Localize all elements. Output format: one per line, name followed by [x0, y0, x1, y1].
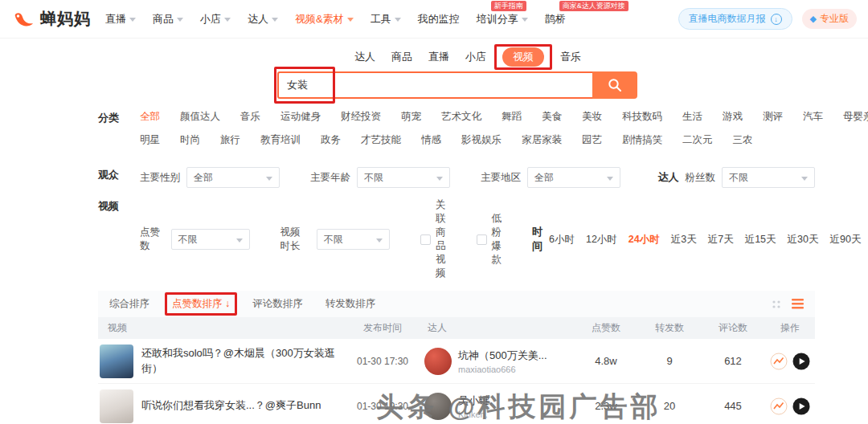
- tab-video-active[interactable]: 视频: [502, 47, 544, 67]
- age-select[interactable]: 不限: [357, 167, 450, 188]
- trend-chart-icon[interactable]: [770, 398, 788, 415]
- category-chip[interactable]: 游戏: [723, 110, 743, 124]
- likes-select[interactable]: 不限: [171, 229, 250, 250]
- category-chip[interactable]: 时尚: [180, 133, 200, 147]
- tab-daren[interactable]: 达人: [354, 50, 375, 64]
- checkbox-low-fans-hit[interactable]: 低粉爆款: [477, 212, 502, 267]
- download-icon: ↓: [771, 14, 782, 25]
- trend-chart-icon[interactable]: [770, 353, 788, 370]
- region-filter: 主要地区 全部: [481, 167, 620, 188]
- category-chip[interactable]: 家居家装: [522, 133, 562, 147]
- nav-item-shop[interactable]: 小店: [200, 12, 231, 26]
- tab-product[interactable]: 商品: [391, 50, 412, 64]
- category-chip[interactable]: 明星: [140, 133, 160, 147]
- category-chip[interactable]: 科技数码: [622, 110, 662, 124]
- play-video-icon[interactable]: [792, 398, 810, 415]
- category-chip[interactable]: 测评: [763, 110, 783, 124]
- category-chip[interactable]: 政务: [321, 133, 341, 147]
- nav-item-training[interactable]: 新手指南 培训分享: [477, 12, 528, 26]
- category-chip[interactable]: 财经投资: [341, 110, 381, 124]
- category-chip[interactable]: 美食: [542, 110, 562, 124]
- category-chip[interactable]: 剧情搞笑: [622, 133, 662, 147]
- region-select[interactable]: 全部: [527, 167, 620, 188]
- monthly-report-button[interactable]: 直播电商数据月报 ↓: [678, 8, 792, 30]
- video-thumbnail[interactable]: [100, 389, 133, 423]
- time-option-30d[interactable]: 近30天: [788, 233, 819, 247]
- nav-item-daren[interactable]: 达人: [248, 12, 278, 26]
- gender-select[interactable]: 全部: [186, 167, 280, 188]
- list-view-icon[interactable]: [792, 299, 804, 309]
- category-chip[interactable]: 教育培训: [260, 133, 301, 147]
- category-filter-row: 分类 全部 颜值达人 音乐 运动健身 财经投资 萌宠 艺术文化 舞蹈 美食 美妆…: [98, 110, 815, 157]
- daren-handle: maxiaotiao666: [458, 365, 547, 374]
- sort-tab-comments[interactable]: 评论数排序: [252, 297, 303, 311]
- checkbox-linked-product[interactable]: 关联商品视频: [420, 198, 446, 280]
- grid-view-icon[interactable]: [771, 299, 782, 310]
- duration-select[interactable]: 不限: [317, 229, 390, 250]
- time-option-90d[interactable]: 近90天: [829, 233, 861, 247]
- category-chip[interactable]: 才艺技能: [361, 133, 401, 147]
- nav-item-tools[interactable]: 工具: [371, 12, 401, 26]
- sort-tab-shares[interactable]: 转发数排序: [326, 297, 376, 311]
- category-chip[interactable]: 颜值达人: [180, 110, 220, 124]
- category-chip[interactable]: 运动健身: [280, 110, 321, 124]
- chanmama-video-search-page: 蝉妈妈 直播 商品 小店 达人 视频&素材 工具 我的监控 新手指南 培训分享 …: [0, 0, 868, 424]
- search-button[interactable]: [592, 71, 637, 99]
- comments-count: 445: [701, 400, 765, 412]
- chevron-down-icon: [266, 177, 272, 181]
- nav-item-product[interactable]: 商品: [153, 12, 183, 26]
- video-filter-label: 视频: [98, 198, 127, 280]
- time-option-24h[interactable]: 24小时: [628, 233, 660, 247]
- category-chip[interactable]: 旅行: [220, 133, 240, 147]
- chevron-down-icon: [347, 18, 354, 22]
- category-chip[interactable]: 园艺: [582, 133, 602, 147]
- checkbox-icon: [420, 234, 431, 245]
- video-thumbnail[interactable]: [100, 344, 133, 378]
- category-row-2: 明星 时尚 旅行 教育培训 政务 才艺技能 情感 影视娱乐 家居家装 园艺 剧情…: [140, 133, 868, 147]
- tab-music[interactable]: 音乐: [560, 50, 581, 64]
- pro-plan-badge[interactable]: ◆ 专业版: [802, 9, 857, 29]
- category-chip[interactable]: 音乐: [240, 110, 260, 124]
- nav-item-live[interactable]: 直播: [105, 12, 136, 26]
- play-video-icon[interactable]: [792, 353, 810, 370]
- category-chip[interactable]: 舞蹈: [502, 110, 522, 124]
- video-title[interactable]: 还敢和我solo吗？@木烟晨（300万女装逛街）: [141, 346, 341, 377]
- chevron-down-icon: [272, 18, 278, 22]
- video-title[interactable]: 听说你们想看我穿女装...？@爽子Bunn: [141, 398, 321, 414]
- nav-item-my-monitor[interactable]: 我的监控: [418, 12, 460, 26]
- category-chip[interactable]: 母婴亲子: [843, 110, 868, 124]
- nav-item-queqiao[interactable]: 商家&达人资源对接 鹊桥: [545, 12, 566, 26]
- category-chip[interactable]: 生活: [682, 110, 702, 124]
- search-icon: [608, 78, 622, 92]
- category-chip[interactable]: 萌宠: [401, 110, 421, 124]
- category-chip[interactable]: 二次元: [682, 133, 713, 147]
- category-row-1: 全部 颜值达人 音乐 运动健身 财经投资 萌宠 艺术文化 舞蹈 美食 美妆 科技…: [140, 110, 868, 124]
- time-option-6h[interactable]: 6小时: [549, 233, 575, 247]
- category-chip[interactable]: 影视娱乐: [461, 133, 502, 147]
- category-chip[interactable]: 美妆: [582, 110, 602, 124]
- time-option-12h[interactable]: 12小时: [586, 233, 617, 247]
- sort-bar: 综合排序 点赞数排序 ↓ 评论数排序 转发数排序: [98, 291, 815, 317]
- brand-logo[interactable]: 蝉妈妈: [11, 8, 91, 30]
- fans-select[interactable]: 不限: [722, 167, 815, 188]
- fans-filter: 达人 粉丝数 不限: [658, 167, 816, 188]
- new-user-guide-badge: 新手指南: [491, 1, 526, 11]
- category-chip[interactable]: 三农: [733, 133, 753, 147]
- chevron-down-icon: [236, 238, 243, 243]
- nav-item-video-material[interactable]: 视频&素材: [295, 12, 354, 26]
- time-option-3d[interactable]: 近3天: [671, 233, 697, 247]
- time-option-7d[interactable]: 近7天: [708, 233, 734, 247]
- search-input[interactable]: [279, 80, 592, 92]
- avatar[interactable]: [424, 348, 452, 375]
- category-chip[interactable]: 艺术文化: [441, 110, 481, 124]
- table-row: 还敢和我solo吗？@木烟晨（300万女装逛街） 01-30 17:30 坑神（…: [98, 339, 815, 384]
- tab-shop[interactable]: 小店: [465, 50, 486, 64]
- category-chip-all[interactable]: 全部: [140, 110, 160, 124]
- daren-name[interactable]: 坑神（500万关美...: [458, 349, 547, 361]
- category-chip[interactable]: 情感: [421, 133, 441, 147]
- sort-tab-likes[interactable]: 点赞数排序 ↓: [172, 297, 230, 311]
- time-option-15d[interactable]: 近15天: [745, 233, 776, 247]
- category-chip[interactable]: 汽车: [803, 110, 823, 124]
- tab-live[interactable]: 直播: [428, 50, 449, 64]
- sort-tab-overall[interactable]: 综合排序: [109, 297, 149, 311]
